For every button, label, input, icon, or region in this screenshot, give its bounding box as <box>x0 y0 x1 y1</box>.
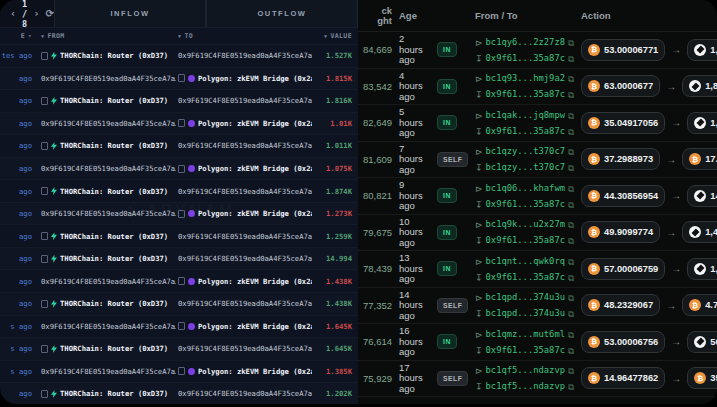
transfer-row[interactable]: ago0x9F619C4F8E0519ead0aA4F35ceA7a…Polyg… <box>0 203 358 226</box>
copy-icon[interactable] <box>568 305 574 321</box>
polygon-entity-link[interactable]: Polygon: zkEVM Bridge (0x2a… <box>178 277 312 286</box>
transfer-row[interactable]: agoTHORChain: Router (0xD37)0x9F619C4F8E… <box>0 225 358 248</box>
tx-row[interactable]: 75,92917hoursagoSELFbc1qf5...ndazvpbc1qf… <box>358 361 717 398</box>
transfer-row[interactable]: agoTHORChain: Router (0xD37)0x9F619C4F8E… <box>0 135 358 158</box>
tx-row[interactable]: 77,35214hoursagoSELFbc1qpd...374u3ubc1qp… <box>358 288 717 325</box>
copy-icon[interactable] <box>568 143 574 159</box>
from-address-link[interactable]: 0x9F619C4F8E0519ead0aA4F35ceA7a… <box>41 322 176 331</box>
tx-row[interactable]: 84,6692hoursagoINbc1qy6...2z27z80x9f61..… <box>358 32 717 69</box>
copy-icon[interactable] <box>568 107 574 123</box>
to-address-link[interactable]: 0x9F619C4F8E0519ead0aA4F35ceA7a… <box>178 344 312 353</box>
column-header-time[interactable]: E <box>0 32 34 40</box>
from-address-link[interactable]: bc1q93...hmj9a2 <box>486 73 565 83</box>
to-address-link[interactable]: 0x9f61...35a87c <box>486 199 565 209</box>
from-address-link[interactable]: 0x9F619C4F8E0519ead0aA4F35ceA7a… <box>41 367 176 376</box>
copy-icon[interactable] <box>568 269 574 285</box>
thorchain-entity-link[interactable]: THORChain: Router (0xD37) <box>41 254 168 263</box>
column-header-value[interactable]: VALUE <box>312 32 358 40</box>
to-address-link[interactable]: bc1qpd...374u3u <box>486 308 565 318</box>
to-address-link[interactable]: 0x9F619C4F8E0519ead0aA4F35ceA7a… <box>178 389 312 398</box>
from-address-link[interactable]: bc1qak...jq8mpw <box>486 110 565 120</box>
from-address-link[interactable]: 0x9F619C4F8E0519ead0aA4F35ceA7a… <box>41 74 176 83</box>
to-address-link[interactable]: 0x9f61...35a87c <box>486 272 565 282</box>
to-address-link[interactable]: 0x9F619C4F8E0519ead0aA4F35ceA7a… <box>178 51 312 60</box>
thorchain-entity-link[interactable]: THORChain: Router (0xD37) <box>41 232 168 241</box>
to-address-link[interactable]: 0x9f61...35a87c <box>486 89 565 99</box>
from-address-link[interactable]: bc1qy6...2z27z8 <box>486 37 565 47</box>
from-address-link[interactable]: 0x9F619C4F8E0519ead0aA4F35ceA7a… <box>41 164 176 173</box>
copy-icon[interactable] <box>568 362 574 378</box>
to-address-link[interactable]: 0x9f61...35a87c <box>486 345 565 355</box>
refresh-icon[interactable] <box>46 8 54 19</box>
transfer-row[interactable]: agoTHORChain: Router (0xD37)0x9F619C4F8E… <box>0 180 358 203</box>
thorchain-entity-link[interactable]: THORChain: Router (0xD37) <box>41 96 168 105</box>
copy-icon[interactable] <box>568 34 574 50</box>
copy-icon[interactable] <box>568 159 574 175</box>
transfer-row[interactable]: s agoTHORChain: Router (0xD37)0x9F619C4F… <box>0 338 358 361</box>
tx-row[interactable]: 76,61416hoursagoINbc1qmz...mut6ml0x9f61.… <box>358 324 717 361</box>
from-address-link[interactable]: bc1q06...khafwm <box>486 183 565 193</box>
tx-row[interactable]: 80,8219hoursagoINbc1q06...khafwm0x9f61..… <box>358 178 717 215</box>
transfer-row[interactable]: agoTHORChain: Router (0xD37)0x9F619C4F8E… <box>0 248 358 271</box>
tx-row[interactable]: 78,43913hoursagoINbc1qnt...qwk0rq0x9f61.… <box>358 251 717 288</box>
column-header-to[interactable]: TO <box>176 32 312 40</box>
copy-icon[interactable] <box>568 123 574 139</box>
thorchain-entity-link[interactable]: THORChain: Router (0xD37) <box>41 344 168 353</box>
copy-icon[interactable] <box>568 232 574 248</box>
thorchain-entity-link[interactable]: THORChain: Router (0xD37) <box>41 389 168 398</box>
transfer-row[interactable]: agoTHORChain: Router (0xD37)0x9F619C4F8E… <box>0 293 358 316</box>
transfer-row[interactable]: ago0x9F619C4F8E0519ead0aA4F35ceA7a…Polyg… <box>0 158 358 181</box>
to-address-link[interactable]: 0x9f61...35a87c <box>486 53 565 63</box>
tx-row[interactable]: 81,6097hoursagoSELFbc1qzy...t370c7bc1qzy… <box>358 142 717 179</box>
tx-row[interactable]: 83,5424hoursagoINbc1q93...hmj9a20x9f61..… <box>358 69 717 106</box>
polygon-entity-link[interactable]: Polygon: zkEVM Bridge (0x2a… <box>178 74 312 83</box>
tx-row[interactable]: 79,67510hoursagoINbc1q9k...u2x27m0x9f61.… <box>358 215 717 252</box>
from-address-link[interactable]: bc1qnt...qwk0rq <box>486 256 565 266</box>
polygon-entity-link[interactable]: Polygon: zkEVM Bridge (0x2a… <box>178 119 312 128</box>
polygon-entity-link[interactable]: Polygon: zkEVM Bridge (0x2a… <box>178 322 312 331</box>
copy-icon[interactable] <box>568 180 574 196</box>
tab-outflow[interactable]: OUTFLOW <box>206 0 358 27</box>
copy-icon[interactable] <box>568 196 574 212</box>
to-address-link[interactable]: bc1qf5...ndazvp <box>486 381 565 391</box>
next-page-button[interactable]: › <box>34 8 40 19</box>
tx-row[interactable]: 82,6495hoursagoINbc1qak...jq8mpw0x9f61..… <box>358 105 717 142</box>
copy-icon[interactable] <box>568 216 574 232</box>
from-address-link[interactable]: bc1qmz...mut6ml <box>486 329 565 339</box>
thorchain-entity-link[interactable]: THORChain: Router (0xD37) <box>41 187 168 196</box>
to-address-link[interactable]: 0x9F619C4F8E0519ead0aA4F35ceA7a… <box>178 187 312 196</box>
transfer-row[interactable]: agoTHORChain: Router (0xD37)0x9F619C4F8E… <box>0 90 358 113</box>
polygon-entity-link[interactable]: Polygon: zkEVM Bridge (0x2a… <box>178 164 312 173</box>
from-address-link[interactable]: 0x9F619C4F8E0519ead0aA4F35ceA7a… <box>41 119 176 128</box>
to-address-link[interactable]: 0x9F619C4F8E0519ead0aA4F35ceA7a… <box>178 232 312 241</box>
prev-page-button[interactable]: ‹ <box>10 8 16 19</box>
copy-icon[interactable] <box>568 342 574 358</box>
to-address-link[interactable]: 0x9f61...35a87c <box>486 126 565 136</box>
from-address-link[interactable]: bc1qzy...t370c7 <box>486 146 565 156</box>
transfer-row[interactable]: ago0x9F619C4F8E0519ead0aA4F35ceA7a…Polyg… <box>0 68 358 91</box>
transfer-row[interactable]: ago0x9F619C4F8E0519ead0aA4F35ceA7a…Polyg… <box>0 270 358 293</box>
to-address-link[interactable]: 0x9F619C4F8E0519ead0aA4F35ceA7a… <box>178 254 312 263</box>
copy-icon[interactable] <box>568 50 574 66</box>
from-address-link[interactable]: bc1qf5...ndazvp <box>486 365 565 375</box>
column-header-from[interactable]: FROM <box>34 32 176 40</box>
transfer-row[interactable]: ago0x9F619C4F8E0519ead0aA4F35ceA7a…Polyg… <box>0 113 358 136</box>
transfer-row[interactable]: s ago0x9F619C4F8E0519ead0aA4F35ceA7a…Pol… <box>0 316 358 339</box>
thorchain-entity-link[interactable]: THORChain: Router (0xD37) <box>41 299 168 308</box>
transfer-row[interactable]: tes agoTHORChain: Router (0xD37)0x9F619C… <box>0 45 358 68</box>
to-address-link[interactable]: 0x9F619C4F8E0519ead0aA4F35ceA7a… <box>178 141 312 150</box>
copy-icon[interactable] <box>568 326 574 342</box>
from-address-link[interactable]: 0x9F619C4F8E0519ead0aA4F35ceA7a… <box>41 277 176 286</box>
copy-icon[interactable] <box>568 289 574 305</box>
from-address-link[interactable]: bc1qpd...374u3u <box>486 292 565 302</box>
thorchain-entity-link[interactable]: THORChain: Router (0xD37) <box>41 141 168 150</box>
tab-inflow[interactable]: INFLOW <box>54 0 206 27</box>
to-address-link[interactable]: bc1qzy...t370c7 <box>486 162 565 172</box>
copy-icon[interactable] <box>568 378 574 394</box>
transfer-row[interactable]: s ago0x9F619C4F8E0519ead0aA4F35ceA7a…Pol… <box>0 361 358 384</box>
polygon-entity-link[interactable]: Polygon: zkEVM Bridge (0x2a… <box>178 367 312 376</box>
from-address-link[interactable]: 0x9F619C4F8E0519ead0aA4F35ceA7a… <box>41 209 176 218</box>
transfer-row[interactable]: agoTHORChain: Router (0xD37)0x9F619C4F8E… <box>0 383 358 404</box>
copy-icon[interactable] <box>568 70 574 86</box>
to-address-link[interactable]: 0x9F619C4F8E0519ead0aA4F35ceA7a… <box>178 299 312 308</box>
